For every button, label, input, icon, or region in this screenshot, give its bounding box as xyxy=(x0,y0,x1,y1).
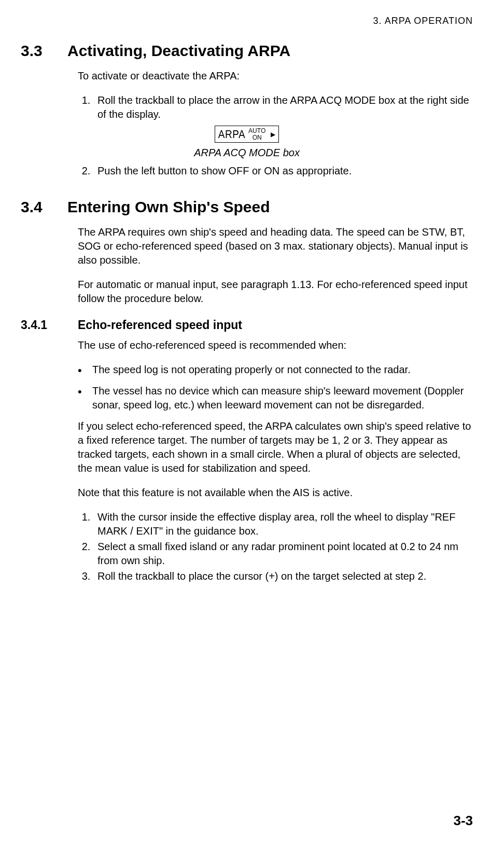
steps-list-3-4-1: With the cursor inside the effective dis… xyxy=(78,510,473,583)
right-arrow-icon: ▶ xyxy=(271,131,275,138)
arpa-line2: ON xyxy=(248,134,265,141)
subsection-title: Echo-referenced speed input xyxy=(78,318,242,332)
section-number: 3.3 xyxy=(21,42,67,60)
body-paragraph: If you select echo-referenced speed, the… xyxy=(78,419,473,475)
intro-text: The use of echo-referenced speed is reco… xyxy=(78,338,473,352)
list-item: The speed log is not operating properly … xyxy=(78,363,473,377)
page-number: 3-3 xyxy=(453,813,473,829)
section-heading-3-4: 3.4 Entering Own Ship's Speed xyxy=(21,198,473,216)
intro-text: To activate or deactivate the ARPA: xyxy=(78,69,473,83)
chapter-header: 3. ARPA OPERATION xyxy=(21,16,473,26)
section-title: Entering Own Ship's Speed xyxy=(67,198,270,216)
arpa-label: ARPA xyxy=(218,127,245,141)
list-item: Select a small fixed island or any radar… xyxy=(93,540,473,568)
steps-list-3-3: Roll the trackball to place the arrow in… xyxy=(78,93,473,121)
arpa-line1: AUTO xyxy=(248,128,265,134)
list-item: Roll the trackball to place the arrow in… xyxy=(93,93,473,121)
arpa-mode-stack: AUTO ON xyxy=(248,128,265,141)
section-number: 3.4 xyxy=(21,198,67,216)
list-item: Push the left button to show OFF or ON a… xyxy=(93,164,473,178)
list-item: The vessel has no device which can measu… xyxy=(78,384,473,412)
list-item: Roll the trackball to place the cursor (… xyxy=(93,569,473,583)
steps-list-3-3-cont: Push the left button to show OFF or ON a… xyxy=(78,164,473,178)
list-item: With the cursor inside the effective dis… xyxy=(93,510,473,538)
figure-arpa-box: ARPA AUTO ON ▶ ARPA ACQ MODE box xyxy=(21,126,473,159)
subsection-heading-3-4-1: 3.4.1 Echo-referenced speed input xyxy=(21,318,473,332)
body-paragraph: The ARPA requires own ship's speed and h… xyxy=(78,225,473,267)
bullet-list: The speed log is not operating properly … xyxy=(78,363,473,412)
body-paragraph: For automatic or manual input, see parag… xyxy=(78,278,473,306)
figure-caption: ARPA ACQ MODE box xyxy=(21,147,473,159)
body-paragraph: Note that this feature is not available … xyxy=(78,486,473,500)
arpa-acq-mode-box: ARPA AUTO ON ▶ xyxy=(215,126,279,143)
subsection-number: 3.4.1 xyxy=(21,318,78,332)
section-title: Activating, Deactivating ARPA xyxy=(67,42,290,60)
section-heading-3-3: 3.3 Activating, Deactivating ARPA xyxy=(21,42,473,60)
